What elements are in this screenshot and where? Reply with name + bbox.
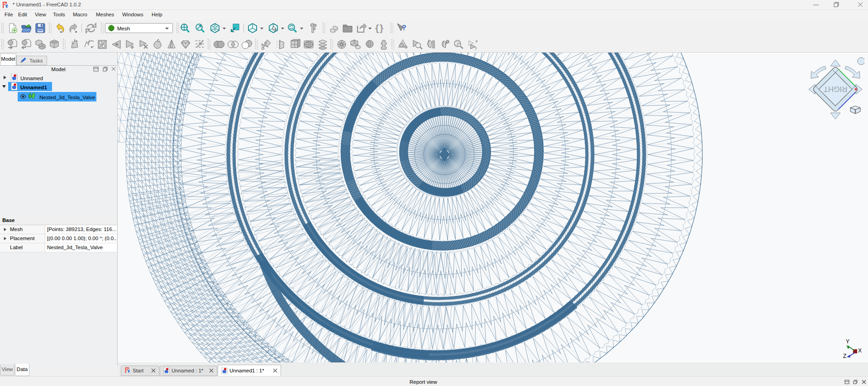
svg-text:?: ? <box>402 24 406 32</box>
svg-text:RIGHT: RIGHT <box>824 85 848 93</box>
svg-text:Y: Y <box>846 338 849 345</box>
svg-text:X: X <box>858 347 862 354</box>
svg-text:Z: Z <box>843 353 846 359</box>
